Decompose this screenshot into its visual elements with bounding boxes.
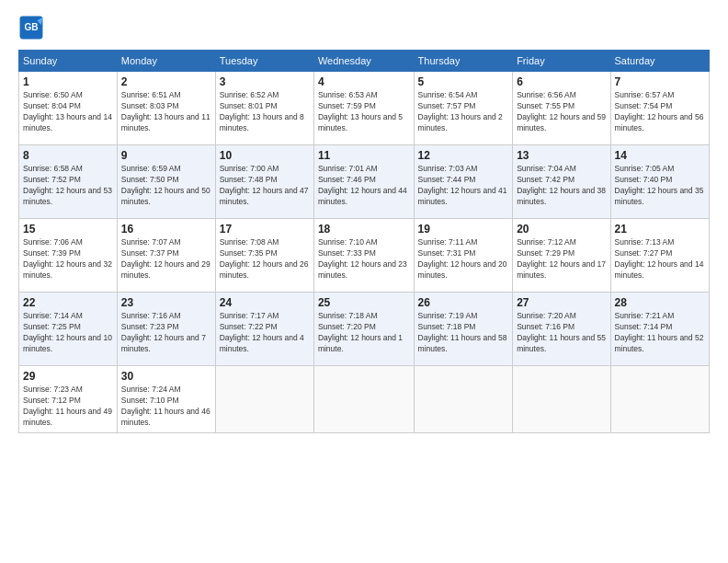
day-number: 19	[418, 223, 509, 236]
week-row-5: 29 Sunrise: 7:23 AM Sunset: 7:12 PM Dayl…	[19, 366, 710, 433]
calendar-cell: 10 Sunrise: 7:00 AM Sunset: 7:48 PM Dayl…	[215, 145, 313, 219]
day-number: 6	[517, 75, 606, 88]
calendar-cell	[513, 366, 610, 433]
day-number: 30	[121, 370, 211, 383]
day-detail: Sunrise: 7:23 AM Sunset: 7:12 PM Dayligh…	[23, 385, 113, 429]
calendar-cell: 7 Sunrise: 6:57 AM Sunset: 7:54 PM Dayli…	[610, 72, 709, 145]
day-detail: Sunrise: 7:05 AM Sunset: 7:40 PM Dayligh…	[615, 164, 705, 208]
calendar-cell: 22 Sunrise: 7:14 AM Sunset: 7:25 PM Dayl…	[19, 293, 118, 366]
day-number: 27	[517, 296, 606, 309]
day-detail: Sunrise: 7:06 AM Sunset: 7:39 PM Dayligh…	[23, 237, 113, 282]
day-number: 2	[121, 75, 211, 88]
day-detail: Sunrise: 7:01 AM Sunset: 7:46 PM Dayligh…	[318, 164, 410, 208]
calendar-cell: 21 Sunrise: 7:13 AM Sunset: 7:27 PM Dayl…	[610, 219, 709, 293]
col-header-friday: Friday	[513, 51, 610, 72]
calendar-cell: 18 Sunrise: 7:10 AM Sunset: 7:33 PM Dayl…	[313, 219, 414, 293]
day-detail: Sunrise: 6:57 AM Sunset: 7:54 PM Dayligh…	[615, 90, 705, 134]
day-number: 10	[220, 149, 310, 162]
col-header-sunday: Sunday	[19, 51, 118, 72]
col-header-tuesday: Tuesday	[215, 51, 313, 72]
day-number: 24	[220, 296, 310, 309]
day-detail: Sunrise: 6:50 AM Sunset: 8:04 PM Dayligh…	[23, 90, 113, 134]
calendar-cell: 24 Sunrise: 7:17 AM Sunset: 7:22 PM Dayl…	[215, 293, 313, 366]
day-number: 12	[418, 149, 509, 162]
calendar-cell: 4 Sunrise: 6:53 AM Sunset: 7:59 PM Dayli…	[313, 72, 414, 145]
calendar-cell: 11 Sunrise: 7:01 AM Sunset: 7:46 PM Dayl…	[313, 145, 414, 219]
calendar-cell: 13 Sunrise: 7:04 AM Sunset: 7:42 PM Dayl…	[513, 145, 610, 219]
col-header-thursday: Thursday	[414, 51, 513, 72]
calendar-cell: 16 Sunrise: 7:07 AM Sunset: 7:37 PM Dayl…	[117, 219, 215, 293]
col-header-wednesday: Wednesday	[313, 51, 414, 72]
day-detail: Sunrise: 7:11 AM Sunset: 7:31 PM Dayligh…	[418, 237, 509, 282]
calendar-cell: 20 Sunrise: 7:12 AM Sunset: 7:29 PM Dayl…	[513, 219, 610, 293]
day-number: 28	[615, 296, 705, 309]
day-number: 11	[318, 149, 410, 162]
day-number: 14	[615, 149, 705, 162]
day-number: 17	[220, 223, 310, 236]
calendar-cell	[313, 366, 414, 433]
day-number: 21	[615, 223, 705, 236]
day-detail: Sunrise: 7:08 AM Sunset: 7:35 PM Dayligh…	[220, 237, 310, 282]
day-number: 29	[23, 370, 113, 383]
day-number: 4	[318, 75, 410, 88]
calendar-cell: 29 Sunrise: 7:23 AM Sunset: 7:12 PM Dayl…	[19, 366, 118, 433]
calendar-cell: 14 Sunrise: 7:05 AM Sunset: 7:40 PM Dayl…	[610, 145, 709, 219]
calendar-cell: 3 Sunrise: 6:52 AM Sunset: 8:01 PM Dayli…	[215, 72, 313, 145]
day-number: 25	[318, 296, 410, 309]
day-number: 23	[121, 296, 211, 309]
day-number: 22	[23, 296, 113, 309]
calendar-cell	[215, 366, 313, 433]
calendar-cell: 25 Sunrise: 7:18 AM Sunset: 7:20 PM Dayl…	[313, 293, 414, 366]
week-row-2: 8 Sunrise: 6:58 AM Sunset: 7:52 PM Dayli…	[19, 145, 710, 219]
week-row-4: 22 Sunrise: 7:14 AM Sunset: 7:25 PM Dayl…	[19, 293, 710, 366]
svg-text:GB: GB	[24, 22, 38, 32]
calendar-cell: 23 Sunrise: 7:16 AM Sunset: 7:23 PM Dayl…	[117, 293, 215, 366]
calendar-cell: 26 Sunrise: 7:19 AM Sunset: 7:18 PM Dayl…	[414, 293, 513, 366]
calendar-table: SundayMondayTuesdayWednesdayThursdayFrid…	[18, 50, 710, 433]
day-detail: Sunrise: 7:10 AM Sunset: 7:33 PM Dayligh…	[318, 237, 410, 282]
day-number: 20	[517, 223, 606, 236]
col-header-saturday: Saturday	[610, 51, 709, 72]
calendar-cell: 2 Sunrise: 6:51 AM Sunset: 8:03 PM Dayli…	[117, 72, 215, 145]
header: GB	[18, 15, 710, 40]
day-number: 16	[121, 223, 211, 236]
day-detail: Sunrise: 7:20 AM Sunset: 7:16 PM Dayligh…	[517, 311, 606, 355]
day-detail: Sunrise: 6:51 AM Sunset: 8:03 PM Dayligh…	[121, 90, 211, 134]
day-detail: Sunrise: 7:14 AM Sunset: 7:25 PM Dayligh…	[23, 311, 113, 355]
day-detail: Sunrise: 6:53 AM Sunset: 7:59 PM Dayligh…	[318, 90, 410, 134]
week-row-1: 1 Sunrise: 6:50 AM Sunset: 8:04 PM Dayli…	[19, 72, 710, 145]
day-detail: Sunrise: 7:17 AM Sunset: 7:22 PM Dayligh…	[220, 311, 310, 355]
col-header-monday: Monday	[117, 51, 215, 72]
day-detail: Sunrise: 7:19 AM Sunset: 7:18 PM Dayligh…	[418, 311, 509, 355]
day-number: 1	[23, 75, 113, 88]
calendar-cell: 6 Sunrise: 6:56 AM Sunset: 7:55 PM Dayli…	[513, 72, 610, 145]
day-detail: Sunrise: 7:03 AM Sunset: 7:44 PM Dayligh…	[418, 164, 509, 208]
week-row-3: 15 Sunrise: 7:06 AM Sunset: 7:39 PM Dayl…	[19, 219, 710, 293]
logo: GB	[18, 15, 48, 40]
day-number: 26	[418, 296, 509, 309]
day-detail: Sunrise: 7:00 AM Sunset: 7:48 PM Dayligh…	[220, 164, 310, 208]
calendar-cell: 30 Sunrise: 7:24 AM Sunset: 7:10 PM Dayl…	[117, 366, 215, 433]
day-detail: Sunrise: 7:24 AM Sunset: 7:10 PM Dayligh…	[121, 385, 211, 429]
logo-icon: GB	[18, 15, 44, 40]
day-number: 15	[23, 223, 113, 236]
calendar-cell: 28 Sunrise: 7:21 AM Sunset: 7:14 PM Dayl…	[610, 293, 709, 366]
day-detail: Sunrise: 6:54 AM Sunset: 7:57 PM Dayligh…	[418, 90, 509, 134]
calendar-cell: 17 Sunrise: 7:08 AM Sunset: 7:35 PM Dayl…	[215, 219, 313, 293]
calendar-cell: 19 Sunrise: 7:11 AM Sunset: 7:31 PM Dayl…	[414, 219, 513, 293]
calendar-cell: 27 Sunrise: 7:20 AM Sunset: 7:16 PM Dayl…	[513, 293, 610, 366]
day-number: 9	[121, 149, 211, 162]
day-number: 3	[220, 75, 310, 88]
day-detail: Sunrise: 7:21 AM Sunset: 7:14 PM Dayligh…	[615, 311, 705, 355]
day-number: 8	[23, 149, 113, 162]
header-row: SundayMondayTuesdayWednesdayThursdayFrid…	[19, 51, 710, 72]
day-detail: Sunrise: 7:16 AM Sunset: 7:23 PM Dayligh…	[121, 311, 211, 355]
day-detail: Sunrise: 7:18 AM Sunset: 7:20 PM Dayligh…	[318, 311, 410, 355]
day-detail: Sunrise: 6:58 AM Sunset: 7:52 PM Dayligh…	[23, 164, 113, 208]
day-detail: Sunrise: 6:52 AM Sunset: 8:01 PM Dayligh…	[220, 90, 310, 134]
calendar-cell: 12 Sunrise: 7:03 AM Sunset: 7:44 PM Dayl…	[414, 145, 513, 219]
day-number: 7	[615, 75, 705, 88]
day-number: 5	[418, 75, 509, 88]
calendar-cell: 8 Sunrise: 6:58 AM Sunset: 7:52 PM Dayli…	[19, 145, 118, 219]
calendar-cell: 9 Sunrise: 6:59 AM Sunset: 7:50 PM Dayli…	[117, 145, 215, 219]
